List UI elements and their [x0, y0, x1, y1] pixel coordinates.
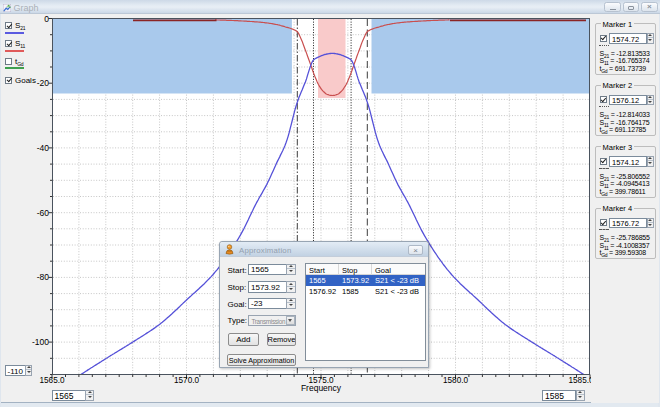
svg-text:-100: -100 — [32, 337, 49, 347]
svg-text:1565.0: 1565.0 — [39, 376, 64, 385]
svg-text:0: 0 — [44, 14, 49, 24]
svg-text:1570.0: 1570.0 — [174, 376, 199, 385]
svg-text:Frequency: Frequency — [301, 383, 342, 393]
svg-text:-80: -80 — [37, 272, 50, 282]
svg-text:-60: -60 — [37, 208, 50, 218]
svg-text:-40: -40 — [37, 143, 50, 153]
svg-text:-20: -20 — [37, 78, 50, 88]
svg-text:1580.0: 1580.0 — [443, 376, 468, 385]
